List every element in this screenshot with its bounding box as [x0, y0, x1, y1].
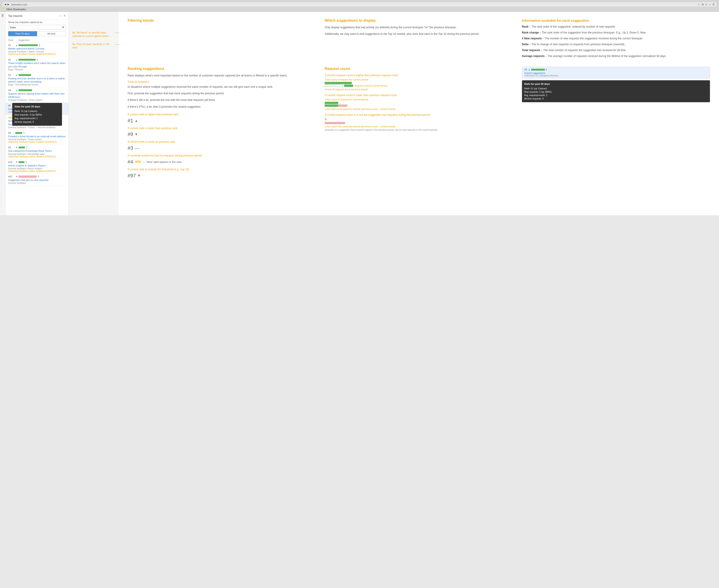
bar-green-part [325, 104, 338, 107]
nav-icon[interactable]: ▷ [706, 3, 707, 6]
total-current-label: Total count of request for current perio… [325, 78, 513, 81]
no-requests-label: If currently ranked but had no requests … [128, 154, 315, 158]
rank-number: #10 [8, 161, 15, 164]
table-header: Rank Suggestion [5, 38, 68, 43]
si-bar-num: 4 [546, 68, 547, 71]
rank-cases: If current rank is higher than previous … [128, 113, 315, 178]
info-item-total-requests: Total requests – The total number of req… [522, 48, 710, 52]
list-item: #2 ▲ 4 Ticket Insight numbers don't matc… [5, 57, 68, 72]
ranking-text4: If there's still a tie, promote the one … [128, 98, 315, 102]
info-term: # New requests [522, 37, 542, 40]
tt-line: All-time requests: 9 [524, 97, 708, 100]
up-arrow-icon: ▲ [135, 119, 138, 123]
team-select[interactable]: Sales All teams [8, 25, 66, 30]
tt-line: Avg. requests/month: 2 [524, 93, 708, 97]
bookmark-icon[interactable]: ⊕ [702, 3, 704, 6]
which-suggestions-title: Which suggestions to display [325, 19, 513, 23]
tooltip-line: Avg. requests/month: 2 [15, 117, 60, 120]
bar-container [19, 74, 66, 76]
suggestion-title[interactable]: Suggestion that got no new requests [8, 178, 66, 182]
new-label-text: — "New" label appears in this case [143, 161, 182, 163]
all-time-button[interactable]: All time [37, 31, 66, 36]
same-rank-label: If current rank is same as previous rank [128, 140, 315, 144]
suggestion-meta: General Feedback / Admin Console [8, 50, 66, 53]
address-bar[interactable]: uservoice.com [11, 3, 696, 6]
rank-row: #3 ▲ [8, 74, 66, 77]
suggestion-title[interactable]: Support admins signing ticket replies wi… [8, 92, 66, 99]
request-count-section: Request count If current request count i… [325, 67, 513, 181]
rank-val: #9 [128, 131, 133, 137]
bar-container: 2 [15, 132, 66, 134]
info-item-avg-requests: Average requests – The average number of… [522, 54, 710, 58]
minimize-icon[interactable]: — [59, 14, 62, 17]
close-icon[interactable]: ✕ [63, 14, 66, 17]
list-item: #9 ▼ 2 Sub-categorize Knowledge Base Top… [5, 145, 68, 159]
request-count-title: Request count [325, 67, 513, 71]
right-suggestion-panel: #5 ▲ 4 Import suggestions UserVoice 3.0 … [522, 67, 710, 181]
higher-rank-label: If current rank is higher than previous … [128, 113, 315, 117]
suggestion-title[interactable]: Article Insights & Statistics Report [8, 164, 66, 167]
left-panel: Top requests — ✕ Show top requests captu… [5, 12, 69, 215]
suggestion-title[interactable]: Ticket Insight numbers don't match the s… [8, 62, 66, 68]
rank-number: #9 [8, 146, 15, 149]
si-title[interactable]: Import suggestions [525, 72, 707, 75]
rank-down-icon: ▼ [15, 146, 18, 149]
star-icon[interactable]: ☆ [698, 3, 700, 6]
list-item: #1 ▲ 6 Mobile-optimized Admin Console Ge… [5, 43, 68, 57]
info-desc: – The total number of requests the sugge… [541, 49, 626, 52]
si-up-icon: ▲ [528, 68, 530, 71]
suggestion-meta: Bugs / Reports [8, 68, 66, 71]
filtering-trends-section: Filtering trends [128, 19, 315, 60]
lower-rank-label: If current rank is lower than previous r… [128, 126, 315, 130]
panel-title: Top requests [8, 15, 22, 17]
suggestion-meta: General feedback / Article insights [8, 167, 66, 170]
back-icon[interactable]: ◀ [4, 3, 6, 6]
bar-green [19, 59, 36, 61]
bar-number: 0 [38, 175, 39, 178]
past-30-days-button[interactable]: Past 30 days [8, 31, 37, 36]
bar-number: 2 [26, 146, 27, 149]
annotation-line [115, 44, 120, 45]
hamburger-icon[interactable]: ☰ [1, 14, 4, 17]
si-bar-container: 4 [531, 68, 707, 71]
suggestion-title[interactable]: Mobile-optimized Admin Console [8, 47, 66, 50]
no-requests-rank-display: #4 NEW — "New" label appears in this cas… [128, 159, 315, 165]
show-label: Show top requests captured by [5, 19, 68, 25]
stats-tooltip: Stats for past 30 days Rank: #1 (up 3 pl… [12, 103, 62, 126]
rank-number: #1 [8, 44, 15, 47]
suggestion-title[interactable]: Sub-categorize Knowledge Base Topics [8, 149, 66, 152]
suggestion-meta: General Feedback / Ticket system [8, 99, 66, 101]
bar-green [15, 132, 22, 134]
browser-icons: ◀ ▶ [4, 3, 9, 6]
suggestion-col-header: Suggestion [18, 39, 66, 41]
menu-icon[interactable]: ☰ [713, 3, 715, 6]
info-desc: – The number of new requests the suggest… [542, 37, 642, 40]
more-icon[interactable]: » [709, 3, 711, 6]
info-term: Average requests [522, 55, 545, 58]
down-arrow-icon: ▼ [137, 174, 141, 178]
bar-outline [325, 85, 343, 87]
suggestion-title[interactable]: Pasting text from another tool in to a t… [8, 77, 66, 83]
si-meta: UserVoice 3.0 / Adoption blockers [525, 75, 707, 77]
suggestion-title[interactable]: Forward a ticket thread to an external e… [8, 135, 66, 138]
info-item-rank-change: Rank change – The rank order of the sugg… [522, 30, 710, 35]
rank-col-header: Rank [8, 39, 18, 41]
tooltip-line: New requests: 4 (up 300%) [15, 113, 60, 117]
annotation-spacer: By "All teams" or specific team (default… [73, 31, 115, 49]
bar-pink-full [325, 122, 345, 124]
rank-row: #2 ▲ 4 [8, 58, 66, 61]
info-item-delta: Delta – The % change of new requests vs … [522, 42, 710, 46]
info-item-new-requests: # New requests – The number of new reque… [522, 36, 710, 41]
info-panel-section: Information available for each suggestio… [522, 19, 710, 60]
tooltip-line: All-time requests: 9 [15, 120, 60, 124]
forward-icon[interactable]: ▶ [7, 3, 9, 6]
browser-toolbar: ◀ ▶ uservoice.com ☆ ⊕ ▷ » ☰ [2, 2, 717, 7]
total-current2-label: Total count of request for current perio… [325, 98, 513, 101]
info-term: Rank change [522, 31, 539, 34]
bar-container: 3 [19, 161, 66, 163]
bar-number: 4 [37, 59, 38, 61]
info-term: Total requests [522, 49, 540, 52]
tt-line: New requests: 4 (up 300%) [524, 90, 708, 93]
list-item: #10 ▼ 3 Article Insights & Statistics Re… [5, 160, 68, 174]
window-container: ☰ Top requests — ✕ Show top requests cap… [0, 12, 719, 215]
